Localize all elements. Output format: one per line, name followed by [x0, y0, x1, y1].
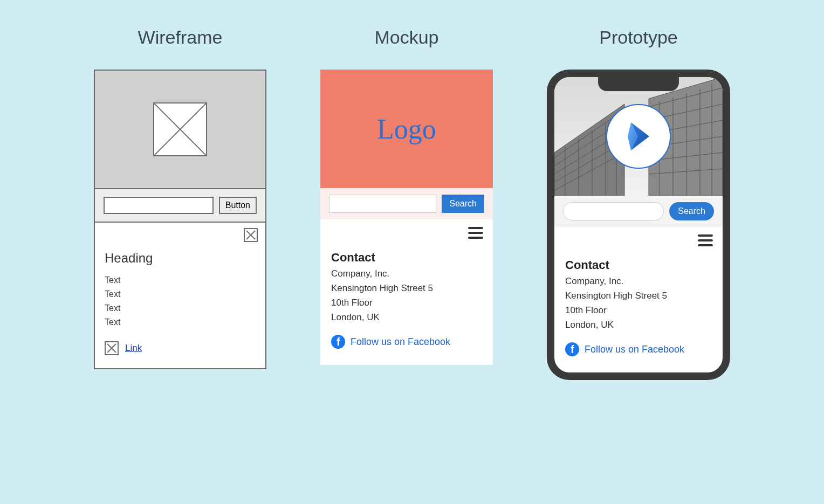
search-button[interactable]: Button	[219, 197, 257, 214]
wireframe-device: Button Heading Text Text Text Text Link	[94, 70, 266, 369]
mockup-search-bar: Search	[320, 188, 493, 219]
search-button[interactable]: Search	[442, 195, 484, 213]
wireframe-body: Heading Text Text Text Text Link	[95, 223, 265, 368]
text-line: Text	[105, 275, 256, 285]
mockup-column: Mockup Logo Search Contact Company, Inc.…	[320, 27, 493, 380]
hamburger-menu-icon[interactable]	[698, 234, 713, 246]
mockup-hero: Logo	[320, 70, 493, 188]
prototype-hero	[554, 77, 723, 196]
section-heading: Contact	[331, 251, 482, 265]
search-button[interactable]: Search	[669, 202, 714, 220]
facebook-row: Follow us on Facebook	[565, 342, 712, 356]
prototype-column: Prototype	[547, 27, 730, 380]
phone-notch	[598, 77, 679, 91]
search-input[interactable]	[563, 202, 664, 220]
prototype-search-bar: Search	[554, 196, 723, 227]
address-line: 10th Floor	[565, 305, 712, 316]
search-input[interactable]	[104, 197, 214, 214]
prototype-title: Prototype	[547, 27, 730, 48]
mockup-body: Contact Company, Inc. Kensington High St…	[320, 219, 493, 365]
close-icon[interactable]	[244, 228, 258, 242]
wireframe-link[interactable]: Link	[125, 343, 142, 354]
diagram-stage: Wireframe Button Heading Text Text Text …	[0, 0, 824, 380]
facebook-row: Follow us on Facebook	[331, 335, 482, 349]
address-line: Company, Inc.	[331, 268, 482, 279]
link-row: Link	[105, 341, 256, 355]
section-heading: Contact	[565, 258, 712, 272]
address-line: London, UK	[331, 312, 482, 323]
address-line: 10th Floor	[331, 298, 482, 308]
facebook-link[interactable]: Follow us on Facebook	[351, 336, 450, 348]
wireframe-column: Wireframe Button Heading Text Text Text …	[94, 27, 266, 380]
address-line: Kensington High Street 5	[565, 291, 712, 301]
facebook-icon	[565, 342, 579, 356]
facebook-link[interactable]: Follow us on Facebook	[585, 344, 684, 355]
logo-text: Logo	[377, 113, 436, 145]
prototype-device: Search Contact Company, Inc. Kensington …	[547, 70, 730, 380]
search-input[interactable]	[329, 195, 436, 213]
wireframe-search-bar: Button	[95, 189, 265, 223]
mockup-device: Logo Search Contact Company, Inc. Kensin…	[320, 70, 493, 365]
image-placeholder-icon	[153, 102, 207, 156]
text-line: Text	[105, 317, 256, 327]
address-line: Kensington High Street 5	[331, 283, 482, 294]
facebook-icon	[331, 335, 345, 349]
wireframe-title: Wireframe	[94, 27, 266, 48]
mockup-title: Mockup	[320, 27, 493, 48]
address-line: London, UK	[565, 320, 712, 330]
text-line: Text	[105, 289, 256, 299]
hamburger-menu-icon[interactable]	[468, 227, 483, 239]
address-line: Company, Inc.	[565, 276, 712, 287]
text-line: Text	[105, 303, 256, 313]
prototype-body: Contact Company, Inc. Kensington High St…	[554, 227, 723, 372]
link-icon	[105, 341, 119, 355]
play-logo-icon	[606, 104, 671, 169]
wireframe-hero	[95, 71, 265, 189]
section-heading: Heading	[105, 251, 256, 266]
